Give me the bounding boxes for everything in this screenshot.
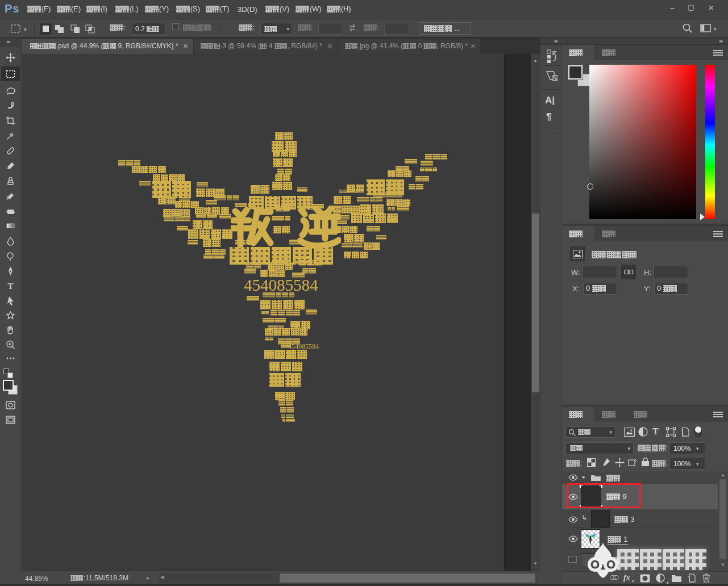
svg-text:T: T xyxy=(7,282,13,291)
